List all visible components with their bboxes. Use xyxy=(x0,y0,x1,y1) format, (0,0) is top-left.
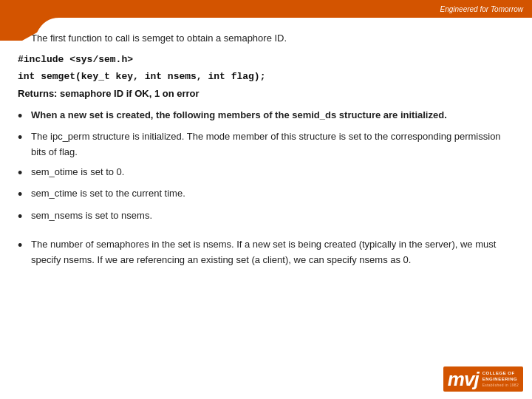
bullet-text-5: sem_ctime is set to the current time. xyxy=(31,186,514,202)
bullet-dot-4: • xyxy=(18,165,31,182)
logo-college-line3: Established in 1982 xyxy=(482,383,519,388)
bullet-dot-5: • xyxy=(18,186,31,203)
decorative-notch xyxy=(0,0,81,41)
bullet-item-7: • The number of semaphores in the set is… xyxy=(18,237,514,268)
logo-college-line1: COLLEGE OF xyxy=(482,371,519,377)
mvj-logo-wrapper: mvj COLLEGE OF ENGINEERING Established i… xyxy=(443,366,523,392)
bullet-text-2: When a new set is created, the following… xyxy=(31,108,514,123)
code-line-2: int semget(key_t key, int nsems, int fla… xyxy=(18,69,514,85)
code-line-1: #include <sys/sem.h> xyxy=(18,52,514,68)
mvj-letters: mvj xyxy=(448,369,479,389)
bullet-item-2: • When a new set is created, the followi… xyxy=(18,108,514,125)
bullet-item-6: • sem_nsems is set to nsems. xyxy=(18,208,514,225)
bullet-dot-6: • xyxy=(18,208,31,225)
bullet-item-1: • The first function to call is semget t… xyxy=(18,31,514,48)
bullet-dot-2: • xyxy=(18,108,31,125)
bullet-dot-7: • xyxy=(18,237,31,254)
bullet-dot-3: • xyxy=(18,129,31,146)
logo-college-line2: ENGINEERING xyxy=(482,377,519,383)
bullet-item-4: • sem_otime is set to 0. xyxy=(18,165,514,182)
bullet-text-6: sem_nsems is set to nsems. xyxy=(31,208,514,224)
mvj-logo-inner: mvj COLLEGE OF ENGINEERING Established i… xyxy=(448,369,519,389)
bullet-text-7: The number of semaphores in the set is n… xyxy=(31,237,514,268)
mvj-logo-box: mvj COLLEGE OF ENGINEERING Established i… xyxy=(443,366,523,392)
main-content: • The first function to call is semget t… xyxy=(0,18,532,282)
bullet-text-4: sem_otime is set to 0. xyxy=(31,165,514,180)
bullet-item-3: • The ipc_perm structure is initialized.… xyxy=(18,129,514,160)
bullet-item-5: • sem_ctime is set to the current time. xyxy=(18,186,514,203)
header-tagline: Engineered for Tomorrow xyxy=(440,5,523,13)
returns-line: Returns: semaphore ID if OK, 1 on error xyxy=(18,86,514,102)
bullet-text-1: The first function to call is semget to … xyxy=(31,31,514,47)
bullet-text-3: The ipc_perm structure is initialized. T… xyxy=(31,129,514,160)
